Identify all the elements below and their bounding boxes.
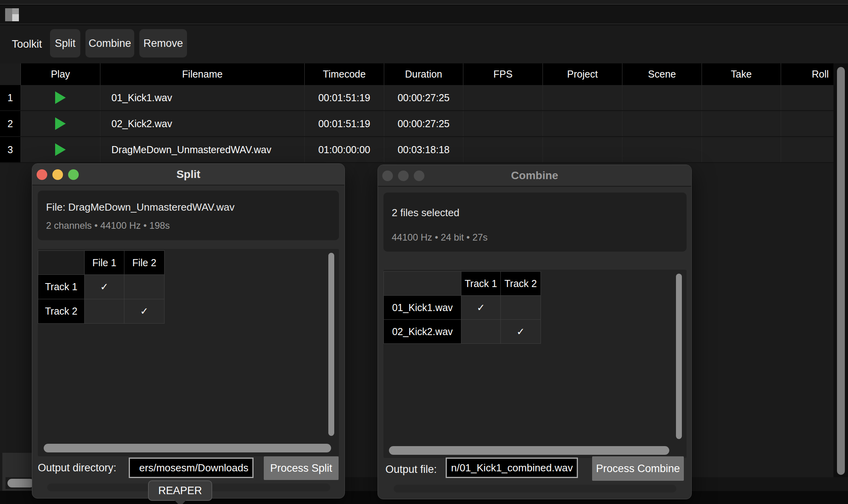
vertical-scrollbar-track[interactable] (833, 63, 848, 477)
play-cell[interactable] (20, 85, 100, 110)
matrix-row-header: 02_Kick2.wav (384, 320, 461, 344)
horizontal-scrollbar-thumb[interactable] (7, 479, 34, 487)
matrix-vertical-scrollbar-thumb[interactable] (328, 253, 334, 436)
column-header-take: Take (702, 63, 781, 85)
timecode-cell: 00:01:51:19 (304, 111, 384, 136)
app-icon-quadrant (12, 14, 19, 21)
combine-button[interactable]: Combine (85, 29, 134, 57)
split-dialog-title: Split (32, 164, 344, 185)
output-file-input[interactable] (446, 458, 578, 478)
matrix-row-header: 01_Kick1.wav (384, 296, 461, 320)
process-split-button[interactable]: Process Split (264, 456, 339, 480)
matrix-check-cell[interactable]: ✓ (85, 275, 124, 299)
output-directory-label: Output directory: (38, 462, 117, 474)
remove-button[interactable]: Remove (139, 29, 187, 57)
matrix-check-cell[interactable] (461, 320, 501, 344)
split-file-meta: 2 channels • 44100 Hz • 198s (46, 220, 170, 231)
zoom-icon[interactable] (414, 170, 424, 181)
play-icon[interactable] (55, 143, 66, 156)
combine-file-meta: 44100 Hz • 24 bit • 27s (392, 232, 488, 243)
matrix-horizontal-scrollbar-thumb[interactable] (389, 446, 669, 455)
toolbar: Toolkit Split Combine Remove (0, 25, 848, 63)
combine-dialog-titlebar[interactable]: Combine (378, 165, 691, 187)
matrix-check-cell[interactable] (124, 275, 165, 299)
combine-dialog-bottom-scrollbar[interactable] (394, 485, 676, 493)
combine-dialog-title: Combine (378, 165, 691, 186)
column-header-filename: Filename (100, 63, 304, 85)
close-icon[interactable] (37, 169, 47, 180)
column-header-scene: Scene (622, 63, 702, 85)
column-header-duration: Duration (384, 63, 463, 85)
tooltip-tail (174, 500, 186, 504)
play-cell[interactable] (20, 137, 100, 162)
roll-cell (781, 111, 833, 136)
table-row[interactable]: 2 02_Kick2.wav 00:01:51:19 00:00:27:25 (0, 111, 833, 137)
matrix-check-cell[interactable]: ✓ (461, 296, 501, 320)
split-dialog-titlebar[interactable]: Split (32, 164, 344, 185)
matrix-check-cell[interactable] (501, 296, 541, 320)
split-matrix-table: File 1 File 2 Track 1 ✓ Track 2 ✓ (38, 250, 165, 324)
file-table: Play Filename Timecode Duration FPS Proj… (0, 63, 833, 163)
matrix-corner-cell (384, 272, 461, 296)
header-corner-cell (0, 63, 20, 85)
roll-cell (781, 85, 833, 110)
take-cell (702, 85, 781, 110)
matrix-row: Track 1 ✓ (38, 275, 165, 299)
matrix-col-header: File 2 (124, 251, 165, 275)
split-file-info-panel: File: DragMeDown_UnmasteredWAV.wav 2 cha… (38, 191, 339, 240)
matrix-row: 02_Kick2.wav ✓ (384, 320, 541, 344)
combine-routing-matrix: Track 1 Track 2 01_Kick1.wav ✓ 02_Kick2.… (383, 270, 687, 458)
filename-cell: DragMeDown_UnmasteredWAV.wav (100, 137, 304, 162)
scene-cell (622, 111, 702, 136)
project-cell (542, 111, 622, 136)
table-row[interactable]: 1 01_Kick1.wav 00:01:51:19 00:00:27:25 (0, 85, 833, 111)
app-icon (5, 8, 19, 21)
matrix-header-row: File 1 File 2 (38, 251, 165, 275)
matrix-check-cell[interactable] (85, 299, 124, 324)
matrix-row-header: Track 1 (38, 275, 85, 299)
take-cell (702, 137, 781, 162)
fps-cell (463, 85, 542, 110)
toolkit-menu-label[interactable]: Toolkit (12, 25, 42, 63)
duration-cell: 00:03:18:18 (384, 137, 463, 162)
table-header-row: Play Filename Timecode Duration FPS Proj… (0, 63, 833, 85)
duration-cell: 00:00:27:25 (384, 85, 463, 110)
matrix-corner-cell (38, 251, 85, 275)
timecode-cell: 01:00:00:00 (304, 137, 384, 162)
combine-dialog: Combine 2 files selected 44100 Hz • 24 b… (378, 165, 692, 499)
background-panel (0, 453, 36, 491)
column-header-play: Play (20, 63, 100, 85)
reaper-tooltip: REAPER (148, 480, 212, 501)
table-row[interactable]: 3 DragMeDown_UnmasteredWAV.wav 01:00:00:… (0, 137, 833, 163)
fps-cell (463, 111, 542, 136)
matrix-col-header: File 1 (85, 251, 124, 275)
matrix-check-cell[interactable]: ✓ (501, 320, 541, 344)
filename-cell: 02_Kick2.wav (100, 111, 304, 136)
close-icon[interactable] (382, 170, 393, 181)
output-directory-input[interactable] (129, 458, 254, 478)
minimize-icon[interactable] (52, 169, 63, 180)
matrix-horizontal-scrollbar-thumb[interactable] (44, 444, 331, 452)
reaper-tooltip-text: REAPER (158, 485, 202, 497)
matrix-col-header: Track 2 (501, 272, 541, 296)
split-routing-matrix: File 1 File 2 Track 1 ✓ Track 2 ✓ (38, 249, 339, 456)
matrix-check-cell[interactable]: ✓ (124, 299, 165, 324)
row-number: 2 (0, 111, 20, 136)
filename-cell: 01_Kick1.wav (100, 85, 304, 110)
split-button[interactable]: Split (50, 29, 80, 57)
titlebar-row (0, 6, 848, 24)
minimize-icon[interactable] (398, 170, 409, 181)
zoom-icon[interactable] (68, 169, 79, 180)
timecode-cell: 00:01:51:19 (304, 85, 384, 110)
matrix-vertical-scrollbar-thumb[interactable] (676, 274, 682, 439)
roll-cell (781, 137, 833, 162)
process-combine-button[interactable]: Process Combine (592, 456, 684, 481)
play-icon[interactable] (55, 91, 66, 104)
fps-cell (463, 137, 542, 162)
vertical-scrollbar-thumb[interactable] (837, 67, 845, 475)
app-icon-quadrant (12, 8, 19, 14)
play-cell[interactable] (20, 111, 100, 136)
combine-file-info-panel: 2 files selected 44100 Hz • 24 bit • 27s (383, 193, 687, 252)
take-cell (702, 111, 781, 136)
play-icon[interactable] (55, 117, 66, 130)
